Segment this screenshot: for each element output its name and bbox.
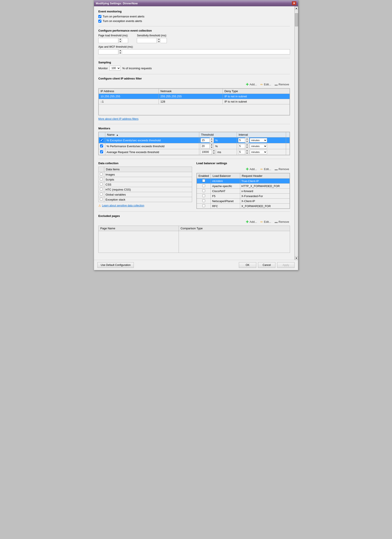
table-row[interactable]: F5 X-Forwarded-For bbox=[197, 194, 290, 199]
item-checkbox[interactable] bbox=[100, 198, 103, 201]
table-row[interactable]: 10.255.255.255 255.255.255.255 IP is not… bbox=[99, 94, 290, 99]
col-comparison-header: Comparison Type bbox=[179, 226, 290, 231]
excluded-edit-button[interactable]: ✏ Edit... bbox=[260, 220, 272, 224]
lb-checkbox[interactable] bbox=[202, 194, 205, 197]
item-checkbox[interactable] bbox=[100, 178, 103, 181]
threshold-up-2[interactable]: ▲ bbox=[210, 144, 214, 146]
lb-checkbox[interactable] bbox=[202, 189, 205, 192]
interval-down-1[interactable]: ▼ bbox=[245, 140, 249, 143]
lb-remove-button[interactable]: ▬ Remove bbox=[274, 167, 290, 171]
ok-button[interactable]: OK bbox=[239, 262, 256, 268]
divider-6 bbox=[98, 212, 290, 212]
interval-input-2[interactable] bbox=[238, 144, 245, 148]
scrollbar[interactable]: ▲ ▼ bbox=[295, 6, 298, 260]
list-item[interactable]: Exception stack bbox=[99, 197, 192, 202]
ip-remove-button[interactable]: ▬ Remove bbox=[274, 82, 290, 87]
interval-up-2[interactable]: ▲ bbox=[245, 144, 249, 146]
interval-up-3[interactable]: ▲ bbox=[245, 149, 249, 152]
table-row[interactable]: RFC X_FORWARDED_FOR bbox=[197, 204, 290, 209]
page-load-spinner-buttons: ▲ ▼ bbox=[118, 38, 122, 43]
lb-checkbox[interactable] bbox=[202, 184, 205, 187]
exception-alerts-row: Turn on exception events alerts bbox=[98, 19, 290, 23]
table-row[interactable]: Cisco/NAT x-forward bbox=[197, 189, 290, 194]
col-threshold-header: Threshold bbox=[199, 132, 237, 137]
scrollbar-down[interactable]: ▼ bbox=[295, 256, 298, 260]
ajax-down[interactable]: ▼ bbox=[118, 52, 122, 54]
cancel-button[interactable]: Cancel bbox=[258, 262, 275, 268]
interval-unit-1[interactable]: minutessecondshours bbox=[250, 138, 267, 142]
ip-filter-table: IP Address Netmask Deny Type 10.255.255.… bbox=[99, 88, 290, 115]
list-item[interactable]: HTC (requires CSS) bbox=[99, 187, 192, 192]
ajax-input[interactable]: 5000 bbox=[99, 49, 118, 54]
item-checkbox[interactable] bbox=[100, 183, 103, 186]
threshold-down-3[interactable]: ▼ bbox=[212, 152, 216, 155]
col-items-header: Data Items bbox=[104, 167, 192, 172]
ajax-up[interactable]: ▲ bbox=[118, 49, 122, 52]
table-row[interactable]: ::1 128 IP is not in subnet bbox=[99, 99, 290, 104]
threshold-input-3[interactable] bbox=[201, 150, 212, 154]
monitor-checkbox[interactable] bbox=[100, 150, 103, 153]
ip-add-button[interactable]: ✚ Add... bbox=[245, 82, 258, 87]
sensitivity-input[interactable]: 3000 bbox=[137, 38, 157, 43]
monitor-checkbox[interactable] bbox=[100, 139, 103, 142]
page-load-up[interactable]: ▲ bbox=[118, 38, 122, 40]
table-row[interactable]: AKAMAI True-Client-IP bbox=[197, 178, 290, 183]
list-item[interactable]: CSS bbox=[99, 182, 192, 187]
scrollbar-up[interactable]: ▲ bbox=[295, 6, 298, 10]
add-icon: ✚ bbox=[246, 167, 249, 171]
monitor-checkbox[interactable] bbox=[100, 144, 103, 147]
interval-unit-2[interactable]: minutessecondshours bbox=[250, 144, 267, 148]
page-load-spinner: 15000 ▲ ▼ bbox=[98, 38, 128, 43]
ip-filter-link[interactable]: More about client IP address filters bbox=[98, 117, 139, 120]
threshold-up-3[interactable]: ▲ bbox=[212, 149, 216, 152]
page-load-input[interactable]: 15000 bbox=[99, 38, 118, 43]
excluded-remove-button[interactable]: ▬ Remove bbox=[274, 220, 290, 224]
table-row[interactable]: Apache-specific HTTP_X_FORWARDED_FOR bbox=[197, 183, 290, 189]
interval-down-2[interactable]: ▼ bbox=[245, 146, 249, 149]
lb-edit-button[interactable]: ✏ Edit... bbox=[260, 167, 272, 171]
threshold-down-1[interactable]: ▼ bbox=[210, 140, 214, 143]
interval-input-1[interactable] bbox=[238, 138, 245, 142]
lb-checkbox[interactable] bbox=[202, 199, 205, 202]
perf-alerts-checkbox[interactable] bbox=[98, 15, 101, 18]
interval-input-3[interactable] bbox=[238, 150, 245, 154]
scroll-area[interactable]: Event monitoring Turn on performance eve… bbox=[94, 6, 295, 260]
lb-checkbox[interactable] bbox=[202, 204, 205, 207]
list-item[interactable]: Global variables bbox=[99, 192, 192, 197]
page-load-down[interactable]: ▼ bbox=[118, 40, 122, 43]
table-row[interactable]: Average Request Time exceeds threshold ▲… bbox=[99, 149, 290, 155]
sensitivity-up[interactable]: ▲ bbox=[157, 38, 161, 40]
lb-name: Apache-specific bbox=[211, 183, 240, 189]
item-checkbox[interactable] bbox=[100, 173, 103, 176]
threshold-input-2[interactable] bbox=[201, 144, 209, 148]
excluded-add-button[interactable]: ✚ Add... bbox=[245, 219, 258, 224]
ip-table-wrapper: IP Address Netmask Deny Type 10.255.255.… bbox=[98, 88, 290, 116]
sampling-select[interactable]: 100 50 25 10 bbox=[109, 66, 121, 71]
sensitivity-down[interactable]: ▼ bbox=[157, 40, 161, 43]
scrollbar-thumb[interactable] bbox=[295, 13, 298, 26]
list-item[interactable]: Scripts bbox=[99, 177, 192, 182]
interval-up-1[interactable]: ▲ bbox=[245, 138, 249, 140]
threshold-input-1[interactable] bbox=[201, 138, 209, 142]
exception-alerts-checkbox[interactable] bbox=[98, 19, 101, 23]
threshold-up-1[interactable]: ▲ bbox=[210, 138, 214, 140]
item-label: Images bbox=[104, 172, 192, 177]
table-row[interactable]: % Performance Events/sec exceeds thresho… bbox=[99, 143, 290, 149]
close-button[interactable]: ✕ bbox=[292, 1, 296, 5]
item-checkbox[interactable] bbox=[100, 188, 103, 191]
ip-edit-button[interactable]: ✏ Edit... bbox=[260, 82, 272, 87]
ip-cell: ::1 bbox=[99, 99, 159, 104]
apply-button[interactable]: Apply bbox=[277, 262, 295, 268]
table-row[interactable]: Netscape/iPlanet X-Client-IP bbox=[197, 199, 290, 204]
lb-add-button[interactable]: ✚ Add... bbox=[245, 167, 258, 172]
lb-checkbox[interactable] bbox=[202, 179, 205, 182]
table-row[interactable]: % Exception Events/sec exceeds threshold… bbox=[99, 137, 290, 143]
default-config-button[interactable]: Use Default Configuration bbox=[97, 262, 134, 268]
interval-unit-3[interactable]: minutessecondshours bbox=[250, 150, 267, 154]
unit-1: % bbox=[214, 139, 219, 142]
list-item[interactable]: Images bbox=[99, 172, 192, 177]
threshold-down-2[interactable]: ▼ bbox=[210, 146, 214, 149]
data-collection-link[interactable]: Learn about sensitive data collection bbox=[102, 204, 144, 207]
interval-down-3[interactable]: ▼ bbox=[245, 152, 249, 155]
item-checkbox[interactable] bbox=[100, 193, 103, 196]
